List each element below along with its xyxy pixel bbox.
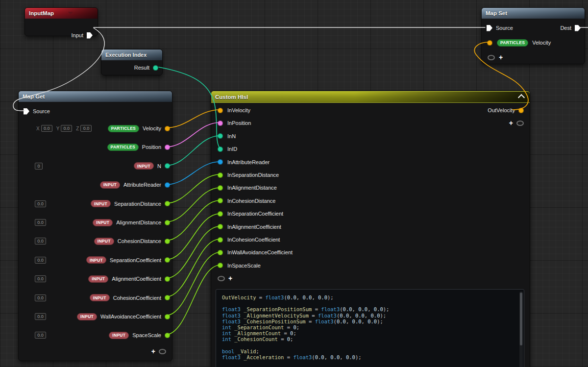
- separationcoefficient-output-pin[interactable]: [165, 257, 170, 263]
- node-map-set[interactable]: Map Set Source Dest PARTICLESVelocity +: [481, 7, 585, 64]
- namespace-badge: PARTICLES: [497, 39, 528, 47]
- node-header-execution-index[interactable]: Execution Index: [101, 49, 162, 60]
- inseparationcoefficient-input-pin[interactable]: [218, 211, 223, 217]
- value-input[interactable]: 0.0: [35, 313, 46, 320]
- pin-row-dest: Dest: [560, 23, 581, 33]
- inposition-input-pin[interactable]: [218, 121, 223, 126]
- incohesiondistance-input-pin[interactable]: [218, 198, 223, 203]
- node-header-custom-hlsl[interactable]: Custom Hlsl: [211, 91, 530, 103]
- node-map-get[interactable]: Map Get Source PARTICLESVelocityX0.0Y0.0…: [18, 91, 172, 361]
- map-get-pin-row: INPUTN: [134, 161, 170, 171]
- cohesiondistance-output-pin[interactable]: [165, 239, 170, 244]
- value-input[interactable]: 0.0: [35, 257, 46, 264]
- value-input[interactable]: 0.0: [35, 219, 46, 226]
- inn-input-pin[interactable]: [218, 133, 223, 139]
- pin-label: Velocity: [143, 125, 161, 131]
- map-get-pin-row: INPUTWallAvoidanceCoefficient: [77, 312, 170, 321]
- inattributereader-input-pin[interactable]: [218, 159, 223, 165]
- pin-label: InCohesionDistance: [227, 198, 275, 204]
- pin-space-icon[interactable]: [488, 55, 495, 60]
- invelocity-input-pin[interactable]: [218, 108, 223, 113]
- n-output-pin[interactable]: [165, 163, 170, 169]
- pin-row-source: Source: [487, 23, 513, 33]
- attributereader-output-pin[interactable]: [165, 182, 170, 188]
- axis-label: Z: [76, 126, 79, 131]
- node-header-map-set[interactable]: Map Set: [482, 8, 585, 19]
- value-row: 0.0: [35, 330, 46, 340]
- value-input[interactable]: 0.0: [35, 200, 46, 207]
- pin-label: InAlignmentCoefficient: [227, 224, 281, 230]
- add-pin-row-right: +: [509, 118, 524, 128]
- pin-space-icon[interactable]: [218, 276, 225, 281]
- inid-input-pin[interactable]: [218, 147, 223, 152]
- value-input[interactable]: 0.0: [41, 125, 52, 132]
- namespace-badge: INPUT: [100, 181, 120, 189]
- pin-space-icon[interactable]: [159, 349, 166, 354]
- inwallavoidancecoefficient-input-pin[interactable]: [218, 250, 223, 255]
- value-input[interactable]: 0.0: [35, 332, 46, 339]
- add-pin-button[interactable]: +: [228, 275, 232, 282]
- node-execution-index[interactable]: Execution Index Result: [101, 49, 163, 75]
- incohesioncoefficient-input-pin[interactable]: [218, 237, 223, 243]
- value-input[interactable]: 0.0: [61, 125, 72, 132]
- alignmentcoefficient-output-pin[interactable]: [165, 276, 170, 282]
- value-input[interactable]: 0.0: [80, 125, 92, 132]
- spacescale-output-pin[interactable]: [165, 333, 170, 338]
- add-pin-button[interactable]: +: [499, 54, 503, 61]
- value-input[interactable]: 0: [35, 163, 43, 170]
- wallavoidancecoefficient-output-pin[interactable]: [165, 314, 170, 319]
- code-scrollbar[interactable]: [519, 292, 523, 367]
- inalignmentcoefficient-input-pin[interactable]: [218, 224, 223, 229]
- pin-label: Source: [33, 108, 50, 114]
- value-input[interactable]: 0.0: [35, 294, 46, 301]
- exec-output-pin[interactable]: [87, 32, 93, 39]
- node-header-map-get[interactable]: Map Get: [19, 91, 172, 102]
- velocity-output-pin[interactable]: [165, 126, 170, 131]
- collapse-chevron-icon[interactable]: [518, 94, 525, 101]
- inseparationdistance-input-pin[interactable]: [218, 172, 223, 178]
- custom-hlsl-pin-row: InAlignmentCoefficient: [218, 222, 281, 232]
- pin-label: InVelocity: [227, 107, 250, 113]
- velocity-input-pin[interactable]: [487, 40, 492, 46]
- add-pin-button[interactable]: +: [509, 120, 513, 126]
- node-custom-hlsl[interactable]: Custom Hlsl InVelocityInPositionInNInIDI…: [211, 91, 530, 367]
- position-output-pin[interactable]: [165, 145, 170, 150]
- pin-label: WallAvoidanceCoefficient: [100, 314, 161, 319]
- code-line: float3 _Acceleration = float3(0.0, 0.0, …: [222, 354, 524, 360]
- node-input-map[interactable]: InputMap Input: [24, 7, 98, 36]
- value-row: 0.0: [35, 312, 46, 321]
- value-input[interactable]: 0.0: [35, 275, 46, 282]
- pin-space-icon[interactable]: [516, 121, 524, 126]
- alignmentdistance-output-pin[interactable]: [165, 220, 170, 225]
- code-scrollbar-thumb[interactable]: [520, 293, 522, 345]
- map-get-pin-row: INPUTAlignmentDistance: [93, 218, 170, 227]
- value-row: 0.0: [35, 255, 46, 265]
- add-pin-button[interactable]: +: [151, 348, 155, 355]
- value-row: 0.0: [35, 218, 46, 227]
- inalignmentdistance-input-pin[interactable]: [218, 185, 223, 191]
- node-title: Map Get: [23, 94, 45, 99]
- cohesioncoefficient-output-pin[interactable]: [165, 295, 170, 300]
- outvelocity-output-pin[interactable]: [518, 108, 524, 113]
- separationdistance-output-pin[interactable]: [165, 201, 170, 206]
- exec-input-pin[interactable]: [487, 25, 492, 31]
- node-header-input-map[interactable]: InputMap: [25, 8, 98, 19]
- exec-output-pin[interactable]: [575, 25, 581, 31]
- dropdown-arrow-icon[interactable]: [68, 12, 73, 15]
- namespace-badge: INPUT: [94, 238, 114, 245]
- hlsl-code-editor[interactable]: OutVelocity = float3(0.0, 0.0, 0.0); flo…: [216, 289, 524, 367]
- node-graph-canvas[interactable]: InputMap Input Execution Index Result Ma…: [0, 0, 588, 367]
- pin-label: InN: [227, 133, 236, 139]
- value-input[interactable]: 0.0: [35, 238, 46, 245]
- map-get-pin-row: INPUTCohesionDistance: [94, 236, 170, 246]
- exec-input-pin[interactable]: [24, 108, 29, 115]
- result-output-pin[interactable]: [153, 65, 158, 71]
- pin-label: CohesionCoefficient: [113, 295, 161, 301]
- code-line: bool _Valid;: [222, 348, 524, 354]
- pin-row-result: Result: [134, 63, 158, 73]
- namespace-badge: INPUT: [91, 200, 111, 207]
- axis-label: X: [36, 126, 40, 131]
- axis-label: Y: [56, 126, 60, 131]
- pin-label: InAttributeReader: [227, 159, 270, 165]
- inspacescale-input-pin[interactable]: [218, 263, 223, 268]
